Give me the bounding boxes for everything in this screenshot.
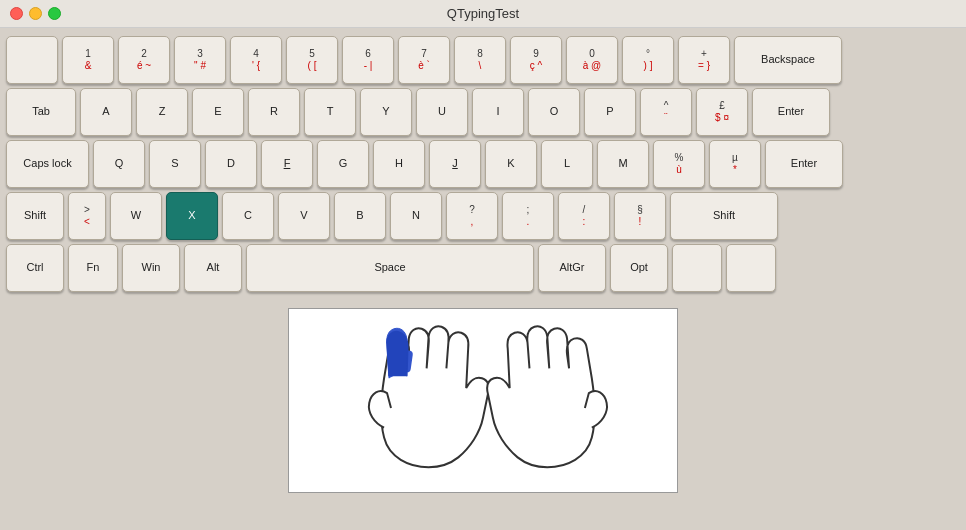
key-label-top: 3 [197, 48, 203, 60]
key-k_I[interactable]: I [472, 88, 524, 136]
key-k_gt[interactable]: >< [68, 192, 106, 240]
key-k_9[interactable]: 9ç ^ [510, 36, 562, 84]
key-label-bottom: & [85, 60, 92, 72]
key-label-top: £ [719, 100, 725, 112]
key-k_T[interactable]: T [304, 88, 356, 136]
key-k_2[interactable]: 2é ~ [118, 36, 170, 84]
key-label-bottom: ( [ [308, 60, 317, 72]
key-k_semi[interactable]: ;. [502, 192, 554, 240]
key-k_bksp[interactable]: Backspace [734, 36, 842, 84]
titlebar: QTypingTest [0, 0, 966, 28]
key-k_enter2[interactable]: Enter [765, 140, 843, 188]
key-k_opt[interactable]: Opt [610, 244, 668, 292]
key-k_slash[interactable]: /: [558, 192, 610, 240]
key-k_pound[interactable]: £$ ¤ [696, 88, 748, 136]
key-k_extra1[interactable] [672, 244, 722, 292]
key-k_P[interactable]: P [584, 88, 636, 136]
keyboard-row-row1: TabAZERTYUIOP^¨£$ ¤Enter [6, 88, 960, 136]
key-k_F[interactable]: F [261, 140, 313, 188]
key-label-bottom: é ~ [137, 60, 151, 72]
key-k_fn[interactable]: Fn [68, 244, 118, 292]
key-k_enter1[interactable]: Enter [752, 88, 830, 136]
key-k_4[interactable]: 4' { [230, 36, 282, 84]
key-k_K[interactable]: K [485, 140, 537, 188]
key-k_B[interactable]: B [334, 192, 386, 240]
hands-container [288, 308, 678, 493]
key-k_N[interactable]: N [390, 192, 442, 240]
key-k_space[interactable]: Space [246, 244, 534, 292]
key-label-top: 5 [309, 48, 315, 60]
key-k_V[interactable]: V [278, 192, 330, 240]
key-label-bottom: , [471, 216, 474, 228]
key-label-bottom: . [527, 216, 530, 228]
hands-area [0, 308, 966, 493]
keyboard-area: 1&2é ~3" #4' {5( [6- |7è `8\ 9ç ^0à @°) … [0, 28, 966, 304]
key-label-top: 9 [533, 48, 539, 60]
key-k_quest[interactable]: ?, [446, 192, 498, 240]
key-label-bottom: - | [364, 60, 373, 72]
key-k_5[interactable]: 5( [ [286, 36, 338, 84]
key-label-top: ° [646, 48, 650, 60]
key-k_8[interactable]: 8\ [454, 36, 506, 84]
key-label-bottom: ' { [252, 60, 260, 72]
key-k_mu[interactable]: µ* [709, 140, 761, 188]
close-button[interactable] [10, 7, 23, 20]
key-label-top: 6 [365, 48, 371, 60]
key-k_shiftr[interactable]: Shift [670, 192, 778, 240]
key-k_win[interactable]: Win [122, 244, 180, 292]
key-label-top: ^ [664, 100, 669, 112]
window-title: QTypingTest [447, 6, 519, 21]
key-k_extra2[interactable] [726, 244, 776, 292]
key-k_sect[interactable]: §! [614, 192, 666, 240]
key-k_D[interactable]: D [205, 140, 257, 188]
key-k_Y[interactable]: Y [360, 88, 412, 136]
key-label: F [284, 157, 291, 170]
key-k_deg[interactable]: °) ] [622, 36, 674, 84]
key-k_C[interactable]: C [222, 192, 274, 240]
key-k_alt[interactable]: Alt [184, 244, 242, 292]
key-k_shiftl[interactable]: Shift [6, 192, 64, 240]
key-label-top: / [583, 204, 586, 216]
key-label-top: + [701, 48, 707, 60]
key-k_X[interactable]: X [166, 192, 218, 240]
maximize-button[interactable] [48, 7, 61, 20]
key-label-top: ? [469, 204, 475, 216]
key-label-bottom: è ` [418, 60, 430, 72]
key-label-bottom: $ ¤ [715, 112, 729, 124]
key-k_A[interactable]: A [80, 88, 132, 136]
key-k_hat[interactable]: ^¨ [640, 88, 692, 136]
key-k_M[interactable]: M [597, 140, 649, 188]
key-k_Q[interactable]: Q [93, 140, 145, 188]
key-k_0[interactable]: 0à @ [566, 36, 618, 84]
key-label-top: 2 [141, 48, 147, 60]
key-label-bottom: " # [194, 60, 206, 72]
key-k_1[interactable]: 1& [62, 36, 114, 84]
key-k_Z[interactable]: Z [136, 88, 188, 136]
key-k_U[interactable]: U [416, 88, 468, 136]
key-k_R[interactable]: R [248, 88, 300, 136]
key-k_empty1[interactable] [6, 36, 58, 84]
minimize-button[interactable] [29, 7, 42, 20]
key-k_tab[interactable]: Tab [6, 88, 76, 136]
key-k_6[interactable]: 6- | [342, 36, 394, 84]
key-k_plus[interactable]: += } [678, 36, 730, 84]
key-label-top: ; [527, 204, 530, 216]
key-k_J[interactable]: J [429, 140, 481, 188]
key-k_pct[interactable]: %ù [653, 140, 705, 188]
key-label-bottom: \ [479, 60, 482, 72]
key-k_altgr[interactable]: AltGr [538, 244, 606, 292]
key-k_3[interactable]: 3" # [174, 36, 226, 84]
key-label-bottom: ) ] [644, 60, 653, 72]
key-k_O[interactable]: O [528, 88, 580, 136]
key-label-top: 0 [589, 48, 595, 60]
key-k_L[interactable]: L [541, 140, 593, 188]
key-k_W[interactable]: W [110, 192, 162, 240]
key-k_S[interactable]: S [149, 140, 201, 188]
key-k_H[interactable]: H [373, 140, 425, 188]
key-k_7[interactable]: 7è ` [398, 36, 450, 84]
key-k_E[interactable]: E [192, 88, 244, 136]
key-k_caps[interactable]: Caps lock [6, 140, 89, 188]
key-label-top: > [84, 204, 90, 216]
key-k_ctrl[interactable]: Ctrl [6, 244, 64, 292]
key-k_G[interactable]: G [317, 140, 369, 188]
